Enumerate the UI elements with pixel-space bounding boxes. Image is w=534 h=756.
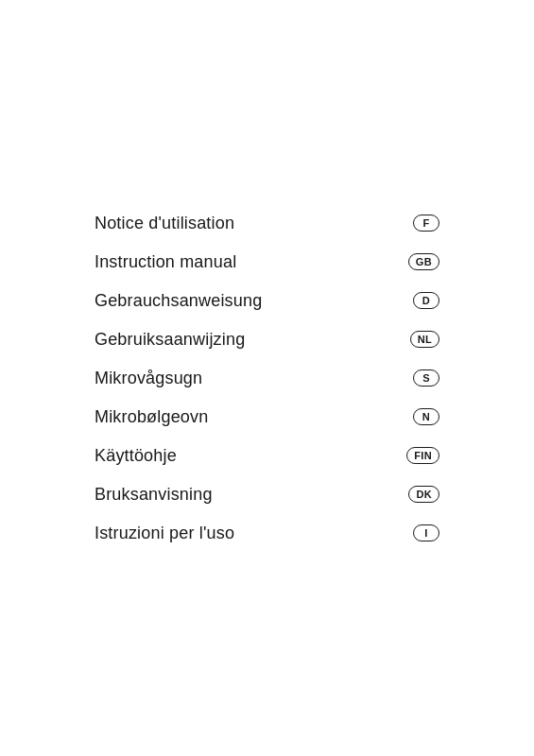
lang-badge: NL xyxy=(410,331,439,348)
menu-item: MikrobølgeovnN xyxy=(95,398,439,437)
lang-badge: D xyxy=(413,292,439,309)
menu-item: BruksanvisningDK xyxy=(95,475,439,514)
manual-list: Notice d'utilisationFInstruction manualG… xyxy=(95,204,439,553)
menu-item: KäyttöohjeFIN xyxy=(95,437,439,475)
lang-badge: I xyxy=(413,524,439,541)
menu-item-label: Gebruiksaanwijzing xyxy=(95,330,245,350)
menu-item-label: Mikrovågsugn xyxy=(95,369,202,388)
menu-item: MikrovågsugnS xyxy=(95,359,439,398)
menu-item: GebrauchsanweisungD xyxy=(95,282,439,320)
menu-item: GebruiksaanwijzingNL xyxy=(95,320,439,359)
lang-badge: N xyxy=(413,408,439,425)
menu-item-label: Notice d'utilisation xyxy=(95,214,234,233)
menu-item-label: Istruzioni per l'uso xyxy=(95,524,234,543)
lang-badge: DK xyxy=(408,486,439,503)
lang-badge: S xyxy=(413,369,439,387)
menu-item-label: Mikrobølgeovn xyxy=(95,407,208,427)
page: Notice d'utilisationFInstruction manualG… xyxy=(0,0,534,756)
menu-item-label: Käyttöohje xyxy=(95,446,177,466)
menu-item-label: Gebrauchsanweisung xyxy=(95,291,262,311)
menu-item-label: Instruction manual xyxy=(95,252,236,272)
lang-badge: F xyxy=(413,215,439,232)
menu-item: Notice d'utilisationF xyxy=(95,204,439,243)
menu-item: Istruzioni per l'usoI xyxy=(95,514,439,553)
menu-item: Instruction manualGB xyxy=(95,243,439,282)
menu-item-label: Bruksanvisning xyxy=(95,485,213,505)
lang-badge: FIN xyxy=(406,447,439,464)
lang-badge: GB xyxy=(408,253,439,270)
